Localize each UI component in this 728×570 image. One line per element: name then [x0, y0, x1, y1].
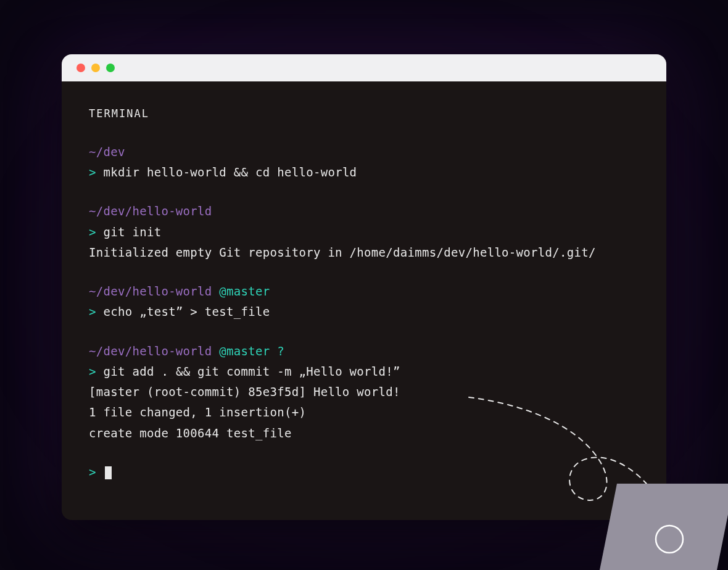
- terminal-block: ~/dev/hello-world > git init Initialized…: [89, 201, 639, 263]
- prompt-branch: @master: [219, 284, 270, 298]
- command-text: git init: [104, 225, 162, 239]
- prompt-symbol: >: [89, 305, 96, 318]
- prompt-path: ~/dev/hello-world: [89, 344, 212, 358]
- command-output: 1 file changed, 1 insertion(+): [89, 402, 639, 423]
- command-text: echo „test” > test_file: [104, 305, 270, 318]
- terminal-block: ~/dev/hello-world @master > echo „test” …: [89, 281, 639, 323]
- prompt-status: ?: [277, 344, 284, 358]
- prompt-branch: @master: [219, 344, 270, 358]
- terminal-window: TERMINAL ~/dev > mkdir hello-world && cd…: [62, 54, 666, 520]
- terminal-block: ~/dev > mkdir hello-world && cd hello-wo…: [89, 142, 639, 183]
- command-output: create mode 100644 test_file: [89, 423, 639, 444]
- command-output: [master (root-commit) 85e3f5d] Hello wor…: [89, 382, 639, 402]
- terminal-block: ~/dev/hello-world @master ? > git add . …: [89, 341, 639, 444]
- prompt-path: ~/dev: [89, 145, 125, 159]
- prompt-symbol: >: [89, 225, 96, 239]
- cursor-icon: [105, 466, 112, 479]
- close-icon[interactable]: [77, 64, 85, 72]
- command-output: Initialized empty Git repository in /hom…: [89, 242, 639, 263]
- minimize-icon[interactable]: [91, 64, 100, 72]
- prompt-symbol: >: [89, 365, 96, 378]
- prompt-symbol: >: [89, 465, 96, 479]
- terminal-body[interactable]: TERMINAL ~/dev > mkdir hello-world && cd…: [62, 81, 666, 506]
- prompt-path: ~/dev/hello-world: [89, 284, 212, 298]
- terminal-active-prompt[interactable]: >: [89, 462, 639, 482]
- prompt-path: ~/dev/hello-world: [89, 204, 212, 218]
- terminal-title: TERMINAL: [89, 105, 639, 123]
- command-text: mkdir hello-world && cd hello-world: [104, 165, 357, 179]
- maximize-icon[interactable]: [106, 64, 115, 72]
- window-titlebar: [62, 54, 666, 81]
- command-text: git add . && git commit -m „Hello world!…: [104, 365, 400, 378]
- prompt-symbol: >: [89, 165, 96, 179]
